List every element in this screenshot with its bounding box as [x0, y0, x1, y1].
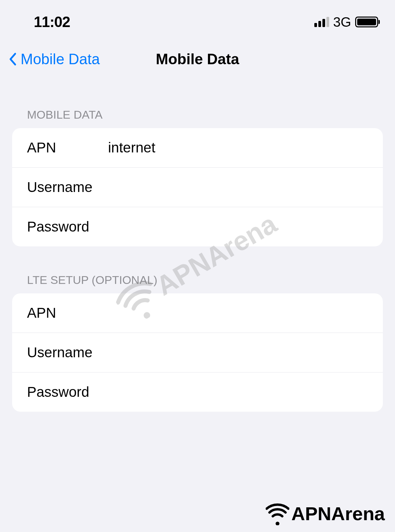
row-lte-apn[interactable]: APN	[12, 293, 383, 333]
logo: APNArena	[266, 502, 385, 525]
label-lte-apn: APN	[27, 305, 108, 321]
status-time: 11:02	[34, 14, 70, 30]
network-type: 3G	[333, 15, 351, 30]
navigation-bar: Mobile Data Mobile Data	[0, 41, 395, 81]
input-apn[interactable]	[108, 140, 368, 156]
label-password: Password	[27, 219, 108, 235]
label-lte-password: Password	[27, 384, 108, 400]
label-apn: APN	[27, 140, 108, 156]
input-lte-password[interactable]	[108, 384, 368, 400]
row-apn[interactable]: APN	[12, 128, 383, 168]
chevron-left-icon	[8, 52, 17, 66]
input-username[interactable]	[108, 179, 368, 195]
settings-group-mobile-data: APN Username Password	[12, 128, 383, 246]
battery-icon	[355, 17, 378, 27]
row-lte-password[interactable]: Password	[12, 372, 383, 412]
row-lte-username[interactable]: Username	[12, 333, 383, 372]
section-header-lte-setup: LTE Setup (Optional)	[0, 246, 395, 293]
settings-group-lte-setup: APN Username Password	[12, 293, 383, 412]
wifi-icon	[266, 502, 289, 525]
status-bar: 11:02 3G	[0, 0, 395, 41]
row-username[interactable]: Username	[12, 168, 383, 207]
page-title: Mobile Data	[156, 51, 239, 68]
back-button[interactable]: Mobile Data	[8, 51, 100, 68]
row-password[interactable]: Password	[12, 207, 383, 246]
back-label: Mobile Data	[21, 51, 100, 68]
status-right: 3G	[314, 15, 378, 30]
input-password[interactable]	[108, 219, 368, 235]
input-lte-username[interactable]	[108, 344, 368, 361]
label-username: Username	[27, 179, 108, 195]
input-lte-apn[interactable]	[108, 305, 368, 321]
section-header-mobile-data: Mobile Data	[0, 81, 395, 128]
signal-icon	[314, 17, 329, 27]
label-lte-username: Username	[27, 344, 108, 361]
